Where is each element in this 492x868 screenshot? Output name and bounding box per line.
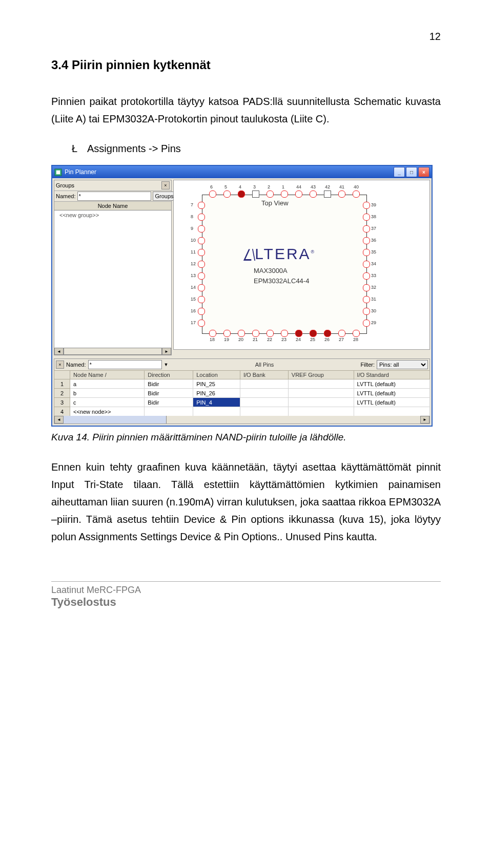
pin-marker[interactable] (295, 190, 302, 198)
pin-marker[interactable] (223, 190, 231, 198)
pin-marker[interactable] (198, 296, 205, 303)
pin-label: 30 (371, 308, 376, 313)
scroll-track[interactable] (64, 348, 162, 355)
pin-marker[interactable] (198, 272, 205, 280)
pin-marker[interactable] (209, 190, 216, 198)
pin-marker[interactable] (266, 190, 274, 198)
pin-marker[interactable] (238, 190, 245, 198)
pin-marker[interactable] (363, 261, 370, 268)
table-row[interactable]: 4<<new node>> (54, 407, 430, 416)
pin-marker[interactable] (363, 272, 370, 280)
pin-marker[interactable] (281, 330, 288, 337)
scroll-right-icon[interactable]: ► (162, 348, 171, 355)
pin-marker[interactable] (198, 308, 205, 315)
pin-marker[interactable] (281, 190, 288, 198)
pin-marker[interactable] (209, 330, 216, 337)
pin-marker[interactable] (353, 190, 360, 198)
pin-label: 6 (210, 184, 213, 189)
pin-marker[interactable] (324, 330, 331, 337)
pin-marker[interactable] (363, 320, 370, 327)
pin-marker[interactable] (363, 225, 370, 232)
pin-label: 3 (253, 184, 256, 189)
groups-close-icon[interactable]: × (161, 181, 170, 189)
pin-marker[interactable] (338, 190, 345, 198)
pin-label: 16 (191, 308, 196, 313)
close-button[interactable]: × (418, 167, 429, 177)
pin-marker[interactable] (353, 330, 360, 337)
pin-marker[interactable] (198, 202, 205, 209)
pin-marker[interactable] (363, 308, 370, 315)
column-header[interactable]: VREF Group (288, 371, 354, 379)
column-header[interactable]: Direction (145, 371, 193, 379)
pin-label: 15 (191, 297, 196, 302)
pin-label: 27 (339, 337, 344, 342)
table-row[interactable]: 1aBidirPIN_25LVTTL (default) (54, 379, 430, 389)
scroll-left-icon[interactable]: ◄ (54, 348, 64, 355)
pin-marker[interactable] (363, 202, 370, 209)
pin-marker[interactable] (324, 190, 331, 198)
figure-caption: Kuva 14. Piirin pinnien määrittäminen NA… (51, 432, 441, 443)
pin-marker[interactable] (198, 225, 205, 232)
maximize-button[interactable]: □ (406, 167, 417, 177)
column-header[interactable]: Location (193, 371, 240, 379)
figure-14: Pin Planner _ □ × Groups × Named: (51, 165, 441, 427)
pin-marker[interactable] (198, 249, 205, 256)
footer: Laatinut MeRC-FPGA Työselostus (51, 581, 441, 609)
pin-label: 29 (371, 320, 376, 325)
groups-panel: Groups × Named: Groups Node Name <<new g… (54, 180, 172, 355)
lower-collapse-icon[interactable]: × (56, 361, 64, 369)
bullet-symbol: Ł (72, 143, 87, 155)
pin-label: 5 (224, 184, 227, 189)
column-header[interactable] (54, 371, 70, 379)
pin-planner-window: Pin Planner _ □ × Groups × Named: (51, 165, 433, 427)
pin-marker[interactable] (363, 237, 370, 244)
pin-marker[interactable] (198, 237, 205, 244)
paragraph-2: Ennen kuin tehty graafinen kuva käännetä… (51, 458, 441, 545)
pin-marker[interactable] (238, 330, 245, 337)
pin-label: 44 (296, 184, 301, 189)
table-row[interactable]: 2bBidirPIN_26LVTTL (default) (54, 389, 430, 398)
pin-marker[interactable] (338, 330, 345, 337)
top-view-label: Top View (261, 199, 289, 207)
pin-marker[interactable] (363, 214, 370, 221)
pin-marker[interactable] (310, 330, 317, 337)
column-header[interactable]: I/O Bank (240, 371, 289, 379)
altera-logo: ∠\ALTERALTERA® (242, 245, 316, 263)
pin-marker[interactable] (198, 214, 205, 221)
lower-named-input[interactable] (88, 360, 162, 369)
chip-view[interactable]: Top View ∠\ALTERALTERA® MAX3000A EPM3032… (173, 180, 430, 350)
pin-marker[interactable] (363, 284, 370, 291)
column-header[interactable]: I/O Standard (354, 371, 429, 379)
chip-package: Top View ∠\ALTERALTERA® MAX3000A EPM3032… (202, 195, 367, 334)
pin-marker[interactable] (252, 330, 259, 337)
pin-marker[interactable] (310, 190, 317, 198)
minimize-button[interactable]: _ (394, 167, 405, 177)
pin-marker[interactable] (198, 284, 205, 291)
new-group-row[interactable]: <<new group>> (54, 210, 171, 220)
column-header[interactable]: Node Name / (70, 371, 145, 379)
window-titlebar[interactable]: Pin Planner _ □ × (52, 166, 432, 178)
pin-marker[interactable] (363, 249, 370, 256)
grid-scroll-right-icon[interactable]: ► (420, 416, 429, 424)
grid-scroll-left-icon[interactable]: ◄ (54, 416, 64, 424)
pin-marker[interactable] (295, 330, 302, 337)
pin-label: 18 (210, 337, 215, 342)
pin-marker[interactable] (198, 261, 205, 268)
grid-scroll-thumb[interactable] (64, 416, 167, 424)
named-input[interactable] (77, 192, 151, 201)
pin-label: 2 (268, 184, 270, 189)
pin-marker[interactable] (223, 330, 231, 337)
pin-marker[interactable] (198, 320, 205, 327)
bullet-text: Assignments -> Pins (87, 143, 181, 155)
pin-table[interactable]: Node Name /DirectionLocationI/O BankVREF… (54, 370, 430, 416)
pin-label: 14 (191, 285, 196, 290)
pin-marker[interactable] (266, 330, 274, 337)
filter-dropdown[interactable]: Pins: all (377, 360, 428, 369)
pin-label: 13 (191, 273, 196, 278)
pin-label: 25 (310, 337, 315, 342)
pin-label: 11 (191, 249, 196, 255)
pin-marker[interactable] (252, 190, 259, 198)
pin-marker[interactable] (363, 296, 370, 303)
pin-label: 9 (191, 226, 193, 231)
table-row[interactable]: 3cBidirPIN_4LVTTL (default) (54, 398, 430, 407)
